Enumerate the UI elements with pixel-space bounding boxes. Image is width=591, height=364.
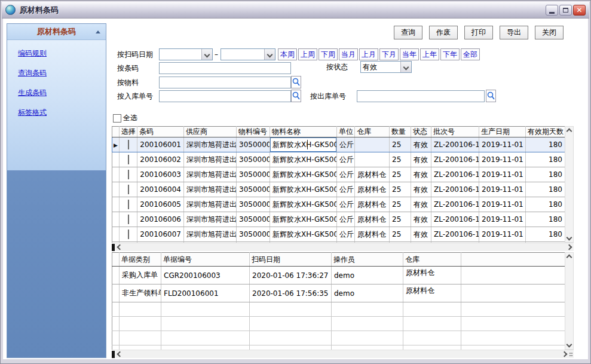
status-filter-label: 按状态	[326, 61, 348, 73]
quick-range-button[interactable]: 上月	[359, 48, 378, 60]
barcode-row[interactable]: 200106007 深圳市旭荷进出口 30500001 新辉胶水XH-GK500…	[112, 227, 565, 242]
collapse-icon[interactable]	[96, 30, 100, 33]
cell-material-name[interactable]: 新辉胶水XH-GK500	[270, 227, 337, 242]
document-grid-vscrollbar[interactable]	[565, 252, 574, 350]
sidebar-item[interactable]: 查询条码	[18, 68, 106, 78]
column-header[interactable]: 批次号	[431, 127, 479, 137]
scroll-down-icon[interactable]	[565, 340, 573, 349]
quick-range-button[interactable]: 当年	[400, 48, 419, 60]
column-header[interactable]: 单据类别	[120, 253, 161, 267]
barcode-row[interactable]: 200106004 深圳市旭荷进出口 30500001 新辉胶水XH-GK500…	[112, 182, 565, 197]
chevron-down-icon[interactable]	[264, 49, 275, 60]
scroll-up-icon[interactable]	[565, 253, 573, 262]
scroll-right-icon[interactable]	[559, 352, 569, 356]
toolbar-button[interactable]: 关闭	[535, 26, 564, 39]
cell-doc-no: FLD200106001	[161, 285, 250, 302]
scroll-left-icon[interactable]	[115, 245, 124, 249]
quick-range-button[interactable]: 上周	[298, 48, 317, 60]
date-from-select[interactable]	[159, 48, 213, 60]
quick-range-button[interactable]: 全部	[461, 48, 480, 60]
row-checkbox[interactable]	[128, 230, 129, 239]
barcode-row[interactable]: 200106002 深圳市旭荷进出口 30500001 新辉胶水XH-GK500…	[112, 152, 565, 167]
cell-warehouse: 原材料仓	[355, 167, 390, 182]
row-checkbox[interactable]	[128, 170, 129, 179]
quick-range-button[interactable]: 下月	[379, 48, 399, 60]
scroll-left-icon[interactable]	[115, 352, 124, 356]
column-header[interactable]: 生产日期	[479, 127, 526, 137]
toolbar-button[interactable]: 查询	[394, 26, 422, 39]
quick-range-button[interactable]: 当月	[339, 48, 358, 60]
cell-batch: ZL-200106-1	[431, 212, 479, 227]
sidebar-item[interactable]: 标签格式	[18, 108, 106, 118]
material-filter-input[interactable]	[159, 77, 291, 88]
column-header[interactable]: 物料编号	[237, 127, 270, 137]
cell-material-name[interactable]: 新辉胶水XH-GK500	[270, 137, 337, 152]
select-all-checkbox[interactable]	[113, 114, 121, 123]
close-button[interactable]: ✕	[573, 5, 586, 16]
inbound-filter-input[interactable]	[159, 90, 291, 102]
scroll-down-icon[interactable]	[565, 233, 573, 242]
column-header[interactable]: 选择	[120, 127, 137, 137]
cell-qty: 25	[390, 182, 411, 197]
toolbar-button[interactable]: 打印	[464, 26, 493, 39]
cell-material-name[interactable]: 新辉胶水XH-GK500	[270, 212, 337, 227]
row-checkbox[interactable]	[128, 215, 129, 224]
minimize-button[interactable]	[546, 5, 558, 16]
barcode-grid-hscrollbar[interactable]	[112, 243, 574, 251]
scroll-up-icon[interactable]	[565, 127, 573, 136]
cell-select	[120, 137, 137, 152]
status-select[interactable]: 有效	[360, 61, 412, 73]
row-checkbox[interactable]	[128, 140, 129, 149]
row-checkbox[interactable]	[128, 185, 129, 194]
barcode-row[interactable]: 200106006 深圳市旭荷进出口 30500001 新辉胶水XH-GK500…	[112, 212, 565, 227]
column-header[interactable]: 数量	[390, 127, 411, 137]
quick-range-button[interactable]: 下周	[319, 48, 338, 60]
cell-unit: 公斤	[337, 197, 355, 212]
column-header[interactable]: 状态	[411, 127, 431, 137]
sidebar-item[interactable]: 编码规则	[18, 48, 106, 59]
maximize-button[interactable]	[559, 5, 572, 16]
chevron-down-icon[interactable]	[201, 49, 212, 60]
column-header[interactable]: 扫码日期	[250, 253, 332, 267]
row-checkbox[interactable]	[128, 200, 129, 209]
cell-material-name[interactable]: 新辉胶水XH-GK500	[270, 182, 337, 197]
date-to-select[interactable]	[221, 48, 275, 60]
column-header[interactable]: 供应商	[184, 127, 237, 137]
quick-range-button[interactable]: 上年	[420, 48, 439, 60]
column-header[interactable]: 仓库	[403, 253, 461, 267]
barcode-filter-input[interactable]	[159, 62, 291, 74]
barcode-row[interactable]: 200106003 深圳市旭荷进出口 30500001 新辉胶水XH-GK500…	[112, 167, 565, 182]
document-row[interactable]: 非生产领料单 FLD200106001 2020-01-06 17:56:35 …	[112, 285, 565, 302]
chevron-down-icon[interactable]	[400, 62, 411, 72]
toolbar-button[interactable]: 作废	[429, 26, 458, 39]
inbound-search-button[interactable]	[291, 90, 301, 102]
sidebar-item[interactable]: 生成条码	[18, 88, 106, 98]
quick-range-button[interactable]: 下年	[440, 48, 460, 60]
outbound-filter-input[interactable]	[357, 90, 485, 102]
material-search-button[interactable]	[291, 76, 301, 88]
column-header[interactable]: 单位	[337, 127, 355, 137]
document-row[interactable]: 采购入库单 CGR200106003 2020-01-06 17:36:27 d…	[112, 267, 565, 285]
cell-material-name[interactable]: 新辉胶水XH-GK500	[270, 152, 337, 167]
barcode-row[interactable]: ▶ 200106001 深圳市旭荷进出口 30500001 新辉胶水XH-GK5…	[112, 137, 565, 152]
document-grid-hscrollbar[interactable]	[112, 350, 574, 358]
column-header[interactable]: 单据编号	[161, 253, 250, 267]
column-header[interactable]: 操作员	[332, 253, 403, 267]
sidebar-header[interactable]: 原材料条码	[7, 24, 106, 40]
barcode-row[interactable]: 200106005 深圳市旭荷进出口 30500001 新辉胶水XH-GK500…	[112, 197, 565, 212]
select-all-label: 全选	[123, 113, 137, 123]
date-range-separator: –	[215, 48, 218, 60]
row-checkbox[interactable]	[128, 155, 129, 164]
column-header[interactable]: 仓库	[355, 127, 390, 137]
cell-material-name[interactable]: 新辉胶水XH-GK500	[270, 197, 337, 212]
column-header[interactable]: 条码	[137, 127, 184, 137]
cell-batch: ZL-200106-1	[431, 197, 479, 212]
quick-range-button[interactable]: 本周	[278, 48, 297, 60]
cell-material-name[interactable]: 新辉胶水XH-GK500	[270, 167, 337, 182]
barcode-grid-vscrollbar[interactable]	[565, 126, 574, 243]
column-header[interactable]: 有效期天数	[526, 127, 565, 137]
scroll-right-icon[interactable]	[564, 245, 574, 249]
toolbar-button[interactable]: 导出	[500, 26, 528, 39]
column-header[interactable]: 物料名称	[270, 127, 337, 137]
outbound-search-button[interactable]	[486, 90, 496, 102]
